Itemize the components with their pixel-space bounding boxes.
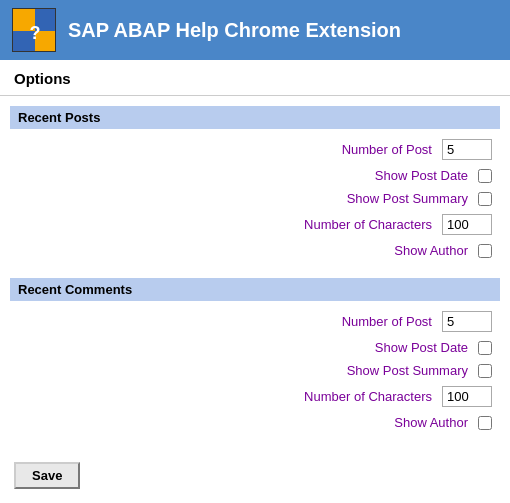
input-rc-show-date[interactable] (478, 341, 492, 355)
input-rc-show-author[interactable] (478, 416, 492, 430)
form-row-rc-num-post: Number of Post (10, 307, 500, 336)
label-rc-show-date: Show Post Date (323, 340, 468, 355)
app-header: ? SAP ABAP Help Chrome Extension (0, 0, 510, 60)
form-row-rp-num-chars: Number of Characters (10, 210, 500, 239)
form-body-recent-comments: Number of PostShow Post DateShow Post Su… (10, 301, 500, 440)
label-rp-show-author: Show Author (323, 243, 468, 258)
form-row-rp-show-author: Show Author (10, 239, 500, 262)
input-rp-num-post[interactable] (442, 139, 492, 160)
section-header-recent-comments: Recent Comments (10, 278, 500, 301)
section-header-recent-posts: Recent Posts (10, 106, 500, 129)
app-title: SAP ABAP Help Chrome Extension (68, 19, 401, 42)
options-label: Options (0, 60, 510, 96)
label-rc-num-chars: Number of Characters (287, 389, 432, 404)
save-bar: Save (0, 450, 510, 501)
label-rc-num-post: Number of Post (287, 314, 432, 329)
input-rc-num-post[interactable] (442, 311, 492, 332)
input-rp-num-chars[interactable] (442, 214, 492, 235)
label-rc-show-summary: Show Post Summary (323, 363, 468, 378)
form-row-rc-num-chars: Number of Characters (10, 382, 500, 411)
form-row-rc-show-date: Show Post Date (10, 336, 500, 359)
form-row-rp-show-date: Show Post Date (10, 164, 500, 187)
input-rp-show-summary[interactable] (478, 192, 492, 206)
app-logo: ? (12, 8, 56, 52)
label-rp-num-chars: Number of Characters (287, 217, 432, 232)
form-row-rc-show-author: Show Author (10, 411, 500, 434)
input-rc-show-summary[interactable] (478, 364, 492, 378)
form-row-rc-show-summary: Show Post Summary (10, 359, 500, 382)
form-row-rp-num-post: Number of Post (10, 135, 500, 164)
label-rp-num-post: Number of Post (287, 142, 432, 157)
form-body-recent-posts: Number of PostShow Post DateShow Post Su… (10, 129, 500, 268)
input-rp-show-date[interactable] (478, 169, 492, 183)
section-recent-comments: Recent CommentsNumber of PostShow Post D… (10, 278, 500, 440)
section-recent-posts: Recent PostsNumber of PostShow Post Date… (10, 106, 500, 268)
svg-text:?: ? (30, 23, 41, 43)
input-rp-show-author[interactable] (478, 244, 492, 258)
label-rp-show-date: Show Post Date (323, 168, 468, 183)
label-rc-show-author: Show Author (323, 415, 468, 430)
input-rc-num-chars[interactable] (442, 386, 492, 407)
save-button[interactable]: Save (14, 462, 80, 489)
label-rp-show-summary: Show Post Summary (323, 191, 468, 206)
form-row-rp-show-summary: Show Post Summary (10, 187, 500, 210)
